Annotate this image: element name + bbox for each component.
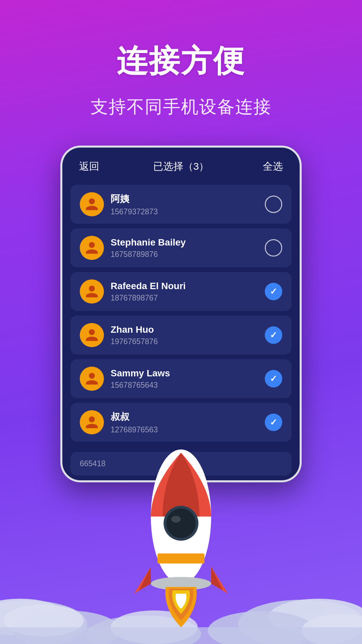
contact-info: Stephanie Bailey 16758789876	[111, 237, 258, 259]
contact-info: 阿姨 15679372873	[111, 193, 258, 216]
select-circle[interactable]	[265, 196, 282, 213]
check-icon: ✓	[270, 417, 277, 428]
check-icon: ✓	[270, 330, 277, 340]
avatar	[80, 410, 104, 434]
partial-phone: 665418	[80, 459, 282, 468]
contact-info: Rafeeda El Nouri 18767898767	[111, 281, 258, 303]
check-icon: ✓	[270, 286, 277, 297]
sub-title: 支持不同手机设备连接	[90, 95, 272, 119]
main-content: 连接方便 支持不同手机设备连接 返回 已选择（3） 全选 阿姨 15679372…	[0, 0, 362, 482]
select-circle[interactable]	[265, 239, 282, 257]
avatar	[80, 323, 104, 347]
contact-phone: 18767898767	[111, 293, 258, 303]
select-circle-checked[interactable]: ✓	[265, 414, 282, 431]
check-icon: ✓	[270, 374, 277, 384]
contact-item[interactable]: Sammy Laws 15678765643 ✓	[70, 359, 292, 398]
select-circle-checked[interactable]: ✓	[265, 326, 282, 344]
bottom-partial-item: 665418	[70, 452, 292, 476]
phone-nav-header: 返回 已选择（3） 全选	[62, 148, 300, 181]
main-title: 连接方便	[117, 40, 245, 82]
contact-phone: 12768976563	[111, 425, 258, 434]
nav-title: 已选择（3）	[153, 160, 209, 173]
select-circle-checked[interactable]: ✓	[265, 370, 282, 387]
contact-name: 叔叔	[111, 411, 258, 423]
avatar	[80, 279, 104, 304]
contact-item[interactable]: Zhan Huo 19767657876 ✓	[70, 316, 292, 355]
contact-list: 阿姨 15679372873 Stephanie Bailey 16758789…	[62, 181, 300, 452]
contact-info: 叔叔 12768976563	[111, 411, 258, 434]
contact-info: 665418	[80, 459, 282, 468]
contact-name: Rafeeda El Nouri	[111, 281, 258, 291]
contact-info: Sammy Laws 15678765643	[111, 368, 258, 390]
avatar	[80, 236, 104, 260]
contact-name: Stephanie Bailey	[111, 237, 258, 248]
clouds-layer	[0, 550, 362, 644]
contact-phone: 15679372873	[111, 207, 258, 216]
contact-item[interactable]: 阿姨 15679372873	[70, 185, 292, 224]
contact-item[interactable]: Rafeeda El Nouri 18767898767 ✓	[70, 272, 292, 311]
avatar	[80, 192, 104, 216]
contact-name: 阿姨	[111, 193, 258, 205]
contact-item[interactable]: Stephanie Bailey 16758789876	[70, 228, 292, 267]
svg-rect-10	[0, 627, 362, 644]
phone-mockup: 返回 已选择（3） 全选 阿姨 15679372873	[60, 146, 302, 482]
contact-name: Sammy Laws	[111, 368, 258, 379]
avatar	[80, 367, 104, 391]
back-button[interactable]: 返回	[79, 160, 99, 173]
contact-info: Zhan Huo 19767657876	[111, 324, 258, 346]
select-all-button[interactable]: 全选	[263, 160, 283, 173]
contact-phone: 19767657876	[111, 337, 258, 346]
contact-phone: 15678765643	[111, 381, 258, 390]
contact-item[interactable]: 叔叔 12768976563 ✓	[70, 403, 292, 442]
select-circle-checked[interactable]: ✓	[265, 283, 282, 300]
contact-name: Zhan Huo	[111, 324, 258, 335]
contact-phone: 16758789876	[111, 250, 258, 259]
